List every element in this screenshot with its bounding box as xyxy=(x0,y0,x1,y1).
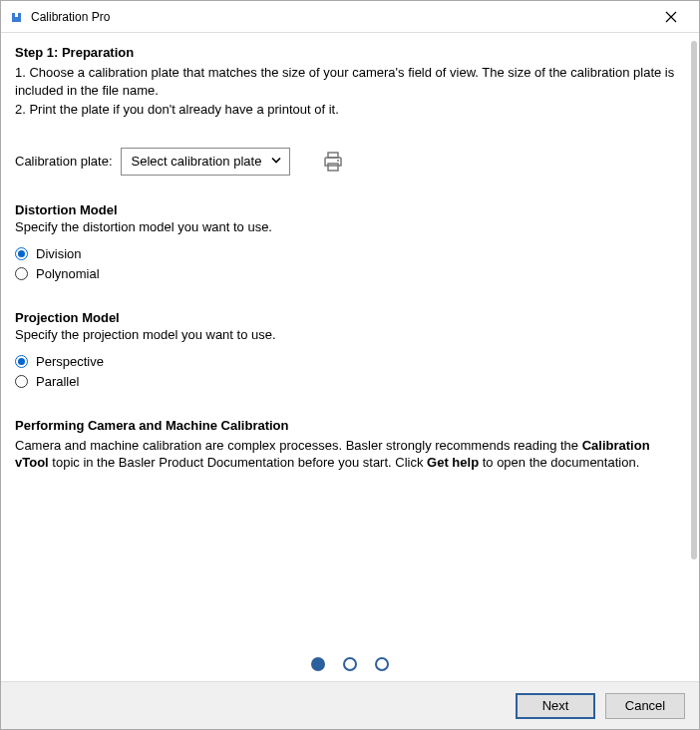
content-area: Step 1: Preparation 1. Choose a calibrat… xyxy=(1,33,699,639)
scrollbar[interactable] xyxy=(691,41,697,559)
print-button[interactable] xyxy=(316,147,350,177)
svg-rect-2 xyxy=(328,164,338,171)
next-button[interactable]: Next xyxy=(516,693,595,719)
info-heading: Performing Camera and Machine Calibratio… xyxy=(15,418,685,433)
calibration-plate-label: Calibration plate: xyxy=(15,154,113,169)
step-heading: Step 1: Preparation xyxy=(15,45,685,60)
svg-rect-0 xyxy=(18,13,21,22)
calibration-plate-selected: Select calibration plate xyxy=(132,154,262,169)
step-line2: 2. Print the plate if you don't already … xyxy=(15,101,685,119)
projection-heading: Projection Model xyxy=(15,310,685,325)
info-block: Performing Camera and Machine Calibratio… xyxy=(15,418,685,472)
info-bold-gethelp: Get help xyxy=(427,455,479,470)
distortion-sub: Specify the distortion model you want to… xyxy=(15,219,685,234)
footer: Next Cancel xyxy=(1,681,699,729)
app-icon xyxy=(9,9,25,25)
window-title: Calibration Pro xyxy=(31,10,651,24)
projection-perspective-label: Perspective xyxy=(36,354,104,369)
info-text-a: Camera and machine calibration are compl… xyxy=(15,438,582,453)
distortion-division-label: Division xyxy=(36,246,82,261)
printer-icon xyxy=(321,150,345,174)
info-text-b: topic in the Basler Product Documentatio… xyxy=(49,455,427,470)
projection-parallel-label: Parallel xyxy=(36,374,79,389)
info-text: Camera and machine calibration are compl… xyxy=(15,437,685,472)
info-text-c: to open the documentation. xyxy=(479,455,639,470)
close-icon xyxy=(665,11,677,23)
projection-radio-group: Perspective Parallel xyxy=(15,352,685,392)
titlebar: Calibration Pro xyxy=(1,1,699,33)
stepper-dots xyxy=(1,639,699,681)
distortion-polynomial-label: Polynomial xyxy=(36,266,100,281)
radio-icon xyxy=(15,355,28,368)
step-dot-3[interactable] xyxy=(375,657,389,671)
projection-parallel-option[interactable]: Parallel xyxy=(15,372,685,392)
step-dot-1[interactable] xyxy=(311,657,325,671)
cancel-button[interactable]: Cancel xyxy=(605,693,685,719)
calibration-plate-row: Calibration plate: Select calibration pl… xyxy=(15,147,685,177)
radio-icon xyxy=(15,267,28,280)
chevron-down-icon xyxy=(269,153,283,170)
content-scroll: Step 1: Preparation 1. Choose a calibrat… xyxy=(1,33,699,639)
distortion-heading: Distortion Model xyxy=(15,202,685,217)
svg-point-3 xyxy=(337,160,339,162)
step-line1: 1. Choose a calibration plate that match… xyxy=(15,64,685,99)
radio-icon xyxy=(15,375,28,388)
calibration-plate-select[interactable]: Select calibration plate xyxy=(121,148,291,176)
step-dot-2[interactable] xyxy=(343,657,357,671)
distortion-polynomial-option[interactable]: Polynomial xyxy=(15,264,685,284)
distortion-radio-group: Division Polynomial xyxy=(15,244,685,284)
projection-sub: Specify the projection model you want to… xyxy=(15,327,685,342)
close-button[interactable] xyxy=(651,2,691,32)
projection-perspective-option[interactable]: Perspective xyxy=(15,352,685,372)
radio-icon xyxy=(15,247,28,260)
distortion-division-option[interactable]: Division xyxy=(15,244,685,264)
